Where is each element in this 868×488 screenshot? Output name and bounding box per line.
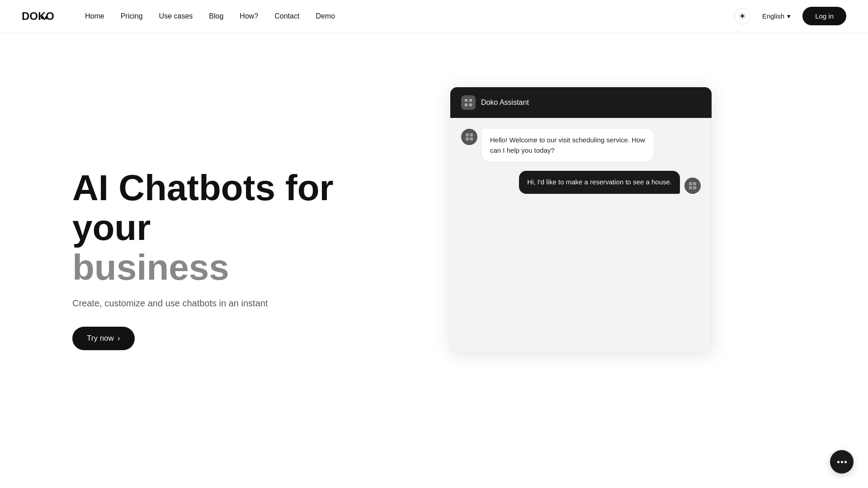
chevron-down-icon: ▾	[787, 12, 791, 20]
language-label: English	[762, 12, 784, 20]
hero-section: AI Chatbots for your business Create, cu…	[72, 69, 366, 350]
chat-message-right-1: Hi, I'd like to make a reservation to se…	[461, 171, 701, 194]
user-avatar	[684, 178, 701, 194]
chat-body: Hello! Welcome to our visit scheduling s…	[450, 118, 712, 353]
svg-rect-5	[465, 103, 467, 106]
chat-message-left-1: Hello! Welcome to our visit scheduling s…	[461, 129, 701, 162]
svg-rect-3	[465, 99, 467, 102]
chat-widget: Doko Assistant Hello! Welcome to our vis…	[450, 87, 712, 353]
hero-subtitle: Create, customize and use chatbots in an…	[72, 298, 366, 309]
nav-home[interactable]: Home	[85, 12, 104, 20]
svg-point-1	[41, 16, 43, 19]
svg-rect-4	[469, 99, 472, 102]
svg-point-2	[45, 16, 47, 19]
nav-links: Home Pricing Use cases Blog How? Contact…	[85, 12, 734, 20]
svg-rect-9	[466, 137, 469, 141]
bot-avatar	[461, 129, 477, 145]
nav-contact[interactable]: Contact	[274, 12, 299, 20]
svg-rect-12	[693, 182, 696, 185]
svg-rect-14	[693, 186, 696, 189]
user-message-1: Hi, I'd like to make a reservation to se…	[519, 171, 680, 194]
svg-rect-8	[470, 133, 473, 136]
arrow-icon: ›	[118, 334, 120, 343]
bot-message-1: Hello! Welcome to our visit scheduling s…	[482, 129, 654, 162]
language-selector[interactable]: English ▾	[758, 9, 795, 23]
nav-demo[interactable]: Demo	[316, 12, 335, 20]
hero-title-line2: business	[72, 247, 229, 287]
chat-dots-icon	[837, 461, 847, 463]
floating-chat-button[interactable]	[830, 450, 854, 474]
nav-use-cases[interactable]: Use cases	[159, 12, 193, 20]
try-now-button[interactable]: Try now ›	[72, 327, 135, 350]
svg-rect-13	[689, 186, 692, 189]
hero-title: AI Chatbots for your business	[72, 168, 366, 287]
chat-widget-container: Doko Assistant Hello! Welcome to our vis…	[366, 69, 796, 353]
nav-pricing[interactable]: Pricing	[121, 12, 143, 20]
svg-rect-11	[689, 182, 692, 185]
nav-right: ☀ English ▾ Log in	[734, 7, 846, 25]
navbar: DOKO Home Pricing Use cases Blog How? Co…	[0, 0, 868, 33]
svg-text:DOKO: DOKO	[22, 10, 54, 22]
nav-blog[interactable]: Blog	[209, 12, 223, 20]
main-content: AI Chatbots for your business Create, cu…	[0, 33, 868, 488]
nav-how[interactable]: How?	[240, 12, 258, 20]
logo[interactable]: DOKO	[22, 8, 58, 24]
chat-header-avatar	[461, 95, 476, 110]
chat-header: Doko Assistant	[450, 87, 712, 118]
theme-toggle-button[interactable]: ☀	[734, 8, 750, 24]
hero-title-line1: AI Chatbots for your	[72, 168, 334, 248]
svg-rect-10	[470, 137, 473, 141]
login-button[interactable]: Log in	[802, 7, 846, 25]
try-now-label: Try now	[87, 334, 114, 343]
sun-icon: ☀	[739, 11, 746, 21]
chat-header-title: Doko Assistant	[481, 99, 529, 107]
svg-rect-6	[469, 103, 472, 106]
svg-rect-7	[466, 133, 469, 136]
